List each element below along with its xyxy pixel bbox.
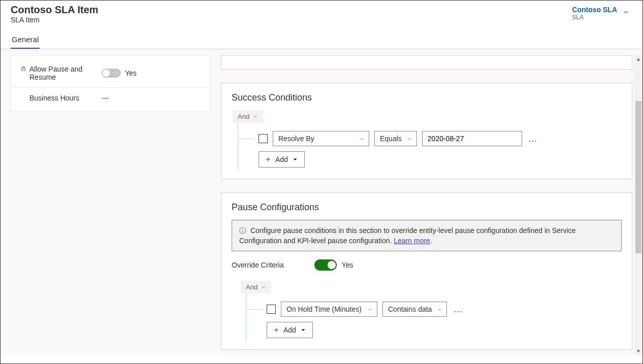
parent-record[interactable]: Contoso SLA SLA <box>572 6 617 21</box>
previous-section-edge <box>221 55 632 70</box>
success-conditions-title: Success Conditions <box>232 92 622 103</box>
pause-operator-dropdown[interactable]: Contains data <box>382 302 447 317</box>
allow-pause-resume-control: Yes <box>102 69 137 78</box>
override-criteria-value: Yes <box>342 261 353 269</box>
parent-record-type: SLA <box>572 14 617 21</box>
vertical-scrollbar[interactable] <box>634 55 642 355</box>
success-group-operator-label: And <box>238 113 249 120</box>
pause-info-suffix: . <box>430 237 432 245</box>
page-title: Contoso SLA Item <box>11 4 99 16</box>
pause-condition-row: On Hold Time (Minutes) Contains data … <box>246 293 622 322</box>
header-right: Contoso SLA SLA <box>572 4 632 24</box>
success-conditions-section: Success Conditions And Resolve By <box>221 83 632 179</box>
svg-rect-0 <box>22 69 25 71</box>
override-criteria-label: Override Criteria <box>232 261 284 269</box>
header-expand-chevron-icon[interactable] <box>622 9 629 18</box>
pause-info-banner: ⓘ Configure pause conditions in this sec… <box>232 220 622 251</box>
success-value-input[interactable] <box>422 131 522 146</box>
scroll-up-arrow-icon[interactable] <box>634 55 642 63</box>
pause-add-label: Add <box>283 326 296 334</box>
parent-record-link[interactable]: Contoso SLA <box>572 6 617 14</box>
override-criteria-row: Override Criteria Yes <box>232 259 622 271</box>
page-subtitle: SLA Item <box>11 16 99 24</box>
lock-icon <box>20 65 26 73</box>
pause-conditions-builder: And On Hold Time (Minutes) C <box>240 281 622 340</box>
settings-card: Allow Pause and Resume Yes Business Hour… <box>11 55 211 112</box>
info-icon: ⓘ <box>239 226 246 235</box>
chevron-down-icon <box>252 114 258 119</box>
business-hours-label: Business Hours <box>20 94 102 102</box>
chevron-down-icon <box>407 136 412 142</box>
success-field-value: Resolve By <box>278 135 314 143</box>
right-panel: Success Conditions And Resolve By <box>211 55 642 355</box>
allow-pause-resume-value: Yes <box>125 69 137 77</box>
page-header: Contoso SLA Item SLA Item Contoso SLA SL… <box>1 1 642 24</box>
form-body: Allow Pause and Resume Yes Business Hour… <box>1 49 642 355</box>
scrollbar-thumb[interactable] <box>635 101 641 253</box>
tree-branch <box>238 139 253 139</box>
header-left: Contoso SLA Item SLA Item <box>11 4 99 24</box>
pause-group-operator[interactable]: And <box>241 281 271 293</box>
success-group-operator[interactable]: And <box>233 110 263 123</box>
tab-bar: General <box>1 32 642 49</box>
pause-configurations-title: Pause Configurations <box>232 202 622 213</box>
pause-add-button[interactable]: Add <box>267 322 313 338</box>
success-condition-checkbox[interactable] <box>259 134 268 143</box>
allow-pause-resume-label: Allow Pause and Resume <box>20 65 102 81</box>
tree-branch <box>246 309 262 310</box>
allow-pause-resume-toggle[interactable] <box>102 69 121 78</box>
success-operator-dropdown[interactable]: Equals <box>374 131 417 146</box>
business-hours-value[interactable]: --- <box>102 94 109 102</box>
chevron-down-icon <box>261 284 266 290</box>
success-condition-row: Resolve By Equals … <box>238 123 622 151</box>
success-add-button[interactable]: Add <box>259 151 305 168</box>
pause-operator-value: Contains data <box>388 305 432 313</box>
chevron-down-icon <box>300 327 306 333</box>
success-add-wrapper: Add <box>238 151 622 170</box>
success-field-dropdown[interactable]: Resolve By <box>273 131 369 146</box>
pause-field-value: On Hold Time (Minutes) <box>286 305 362 313</box>
success-operator-value: Equals <box>380 135 402 143</box>
svg-marker-6 <box>637 350 640 353</box>
success-conditions-builder: And Resolve By Equals <box>232 110 622 170</box>
chevron-down-icon <box>437 307 442 312</box>
success-condition-tree: Resolve By Equals … <box>238 123 622 170</box>
scroll-down-arrow-icon[interactable] <box>634 347 642 355</box>
pause-add-wrapper: Add <box>246 322 622 340</box>
allow-pause-resume-row: Allow Pause and Resume Yes <box>11 59 210 88</box>
pause-info-learn-more-link[interactable]: Learn more <box>394 237 430 245</box>
success-add-label: Add <box>275 155 288 163</box>
pause-group-operator-label: And <box>246 283 258 291</box>
left-panel: Allow Pause and Resume Yes Business Hour… <box>11 55 211 355</box>
pause-condition-checkbox[interactable] <box>267 305 276 314</box>
plus-icon <box>273 327 279 333</box>
override-criteria-toggle[interactable] <box>314 259 337 271</box>
pause-configurations-section: Pause Configurations ⓘ Configure pause c… <box>221 192 632 350</box>
svg-marker-5 <box>637 58 640 61</box>
business-hours-row: Business Hours --- <box>11 88 210 108</box>
allow-pause-resume-label-text: Allow Pause and Resume <box>29 65 102 81</box>
pause-field-dropdown[interactable]: On Hold Time (Minutes) <box>281 302 377 317</box>
plus-icon <box>265 156 271 162</box>
pause-condition-tree: On Hold Time (Minutes) Contains data … <box>246 293 622 340</box>
chevron-down-icon <box>292 156 298 162</box>
success-value-field[interactable] <box>427 134 518 143</box>
success-row-more-button[interactable]: … <box>527 134 539 144</box>
pause-row-more-button[interactable]: … <box>452 304 464 315</box>
chevron-down-icon <box>359 136 365 142</box>
chevron-down-icon <box>367 307 373 312</box>
tab-general[interactable]: General <box>11 32 40 49</box>
